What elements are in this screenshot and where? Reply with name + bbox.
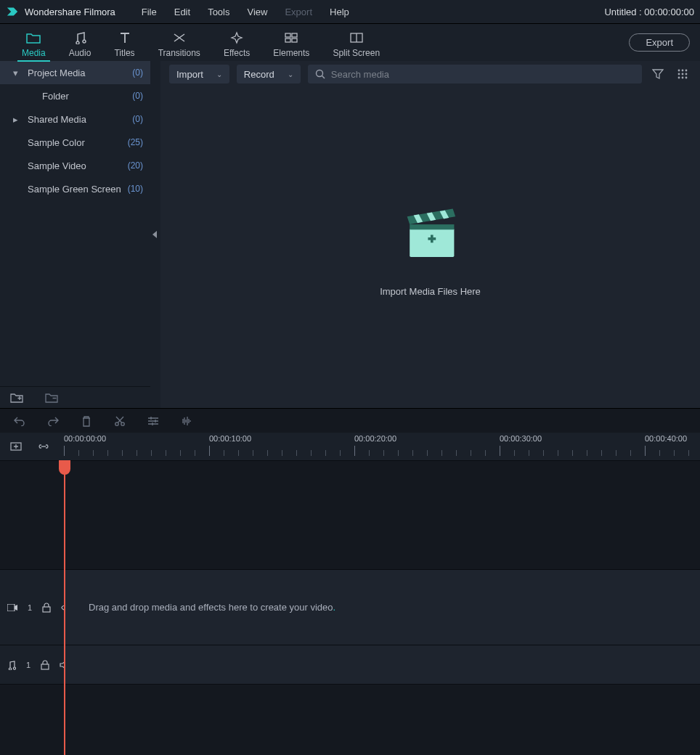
undo-icon[interactable] <box>13 416 26 426</box>
transition-icon <box>172 30 187 45</box>
svg-point-14 <box>682 73 684 76</box>
svg-point-16 <box>678 77 680 79</box>
video-track-index: 1 <box>28 603 32 612</box>
ruler-time-label: 00:00:20:00 <box>354 434 396 443</box>
delete-folder-icon[interactable] <box>45 393 58 403</box>
playhead[interactable] <box>64 460 65 755</box>
grid-view-icon[interactable] <box>674 68 691 80</box>
tab-effects[interactable]: Effects <box>212 24 261 62</box>
sidebar-footer <box>0 386 150 408</box>
ruler-left-controls <box>0 433 64 460</box>
menu-bar: File Edit Tools View Export Help <box>133 7 358 17</box>
menu-file[interactable]: File <box>133 7 166 17</box>
folder-icon <box>26 30 41 45</box>
svg-point-18 <box>685 77 688 79</box>
video-track-header: 1 <box>0 570 64 645</box>
lock-icon[interactable] <box>42 603 51 613</box>
menu-tools[interactable]: Tools <box>199 7 238 17</box>
lock-icon[interactable] <box>41 660 49 670</box>
record-dropdown[interactable]: Record ⌄ <box>237 65 301 83</box>
search-media-field[interactable] <box>308 65 642 83</box>
sparkle-icon <box>230 30 243 45</box>
sidebar-item-sample-color[interactable]: Sample Color (25) <box>0 131 150 154</box>
menu-export: Export <box>276 7 321 17</box>
import-hint-text: Import Media Files Here <box>380 286 481 297</box>
svg-rect-34 <box>41 664 49 669</box>
add-track-icon[interactable] <box>10 441 22 452</box>
filter-icon[interactable] <box>649 68 667 80</box>
svg-point-27 <box>115 422 118 425</box>
timeline-toolbar <box>0 408 700 433</box>
svg-rect-24 <box>410 224 454 229</box>
search-input[interactable] <box>331 69 635 80</box>
sidebar-item-sample-video[interactable]: Sample Video (20) <box>0 154 150 177</box>
ruler-time-label: 00:00:00:00 <box>64 434 106 443</box>
svg-point-11 <box>682 70 684 72</box>
new-folder-icon[interactable] <box>10 393 23 403</box>
svg-point-15 <box>685 73 688 76</box>
export-button[interactable]: Export <box>629 33 690 52</box>
tab-media[interactable]: Media <box>10 24 57 62</box>
timeline: 00:00:00:0000:00:10:0000:00:20:0000:00:3… <box>0 408 700 755</box>
svg-rect-2 <box>292 33 297 37</box>
chevron-down-icon: ⌄ <box>216 70 222 78</box>
search-icon <box>315 69 325 79</box>
audio-track-index: 1 <box>26 661 30 669</box>
svg-rect-30 <box>7 604 15 611</box>
svg-point-8 <box>316 70 322 77</box>
sidebar-item-shared-media[interactable]: ▸ Shared Media (0) <box>0 107 150 131</box>
track-spacer <box>0 460 700 569</box>
ruler-time-label: 00:00:30:00 <box>500 434 542 443</box>
title-bar: Wondershare Filmora File Edit Tools View… <box>0 0 700 23</box>
video-track[interactable]: 1 Drag and drop media and effects here t… <box>0 569 700 645</box>
menu-help[interactable]: Help <box>321 7 358 17</box>
media-drop-zone[interactable]: Import Media Files Here <box>160 87 700 408</box>
menu-edit[interactable]: Edit <box>166 7 199 17</box>
cut-icon[interactable] <box>113 415 126 427</box>
adjust-icon[interactable] <box>147 416 160 426</box>
timeline-tracks: 1 Drag and drop media and effects here t… <box>0 460 700 755</box>
svg-rect-1 <box>285 33 290 37</box>
tab-titles[interactable]: Titles <box>102 24 146 62</box>
svg-point-10 <box>678 70 680 72</box>
ruler-time-label: 00:00:10:00 <box>209 434 251 443</box>
tab-elements[interactable]: Elements <box>261 24 321 62</box>
chevron-down-icon: ⌄ <box>288 70 293 78</box>
svg-rect-32 <box>43 607 50 612</box>
svg-point-17 <box>682 77 684 79</box>
chevron-right-icon: ▸ <box>10 114 20 125</box>
content-area: ▾ Project Media (0) Folder (0) ▸ Shared … <box>0 61 700 408</box>
timeline-ruler[interactable]: 00:00:00:0000:00:10:0000:00:20:0000:00:3… <box>0 433 700 460</box>
sidebar-item-project-media[interactable]: ▾ Project Media (0) <box>0 61 150 84</box>
svg-marker-7 <box>152 231 157 238</box>
app-logo-icon <box>6 5 19 18</box>
ruler-time-label: 00:00:40:00 <box>645 434 687 443</box>
video-track-icon <box>7 604 17 611</box>
clapperboard-icon <box>398 199 463 264</box>
delete-icon[interactable] <box>80 415 93 427</box>
redo-icon[interactable] <box>46 416 60 426</box>
video-track-drop-zone[interactable]: Drag and drop media and effects here to … <box>64 570 700 645</box>
tab-split-screen[interactable]: Split Screen <box>321 24 391 62</box>
audio-wave-icon[interactable] <box>180 416 193 426</box>
svg-point-13 <box>678 73 680 76</box>
sidebar-item-sample-green-screen[interactable]: Sample Green Screen (10) <box>0 177 150 200</box>
sidebar-item-folder[interactable]: Folder (0) <box>0 84 150 107</box>
menu-view[interactable]: View <box>238 7 276 17</box>
link-icon[interactable] <box>38 441 49 452</box>
audio-track-drop-zone[interactable] <box>64 645 700 684</box>
elements-icon <box>284 30 298 45</box>
track-spacer-bottom <box>0 684 700 755</box>
app-name: Wondershare Filmora <box>25 7 115 17</box>
playhead-knob-icon <box>59 460 70 475</box>
tab-audio[interactable]: Audio <box>57 24 103 62</box>
import-dropdown[interactable]: Import ⌄ <box>169 65 229 83</box>
collapse-sidebar-button[interactable] <box>150 61 160 408</box>
time-ruler[interactable]: 00:00:00:0000:00:10:0000:00:20:0000:00:3… <box>64 433 700 460</box>
tab-transitions[interactable]: Transitions <box>147 24 212 62</box>
media-panel: Import ⌄ Record ⌄ <box>160 61 700 408</box>
svg-rect-3 <box>285 38 290 42</box>
drop-hint-text: Drag and drop media and effects here to … <box>89 602 333 613</box>
svg-point-28 <box>121 422 124 425</box>
audio-track[interactable]: 1 <box>0 645 700 684</box>
